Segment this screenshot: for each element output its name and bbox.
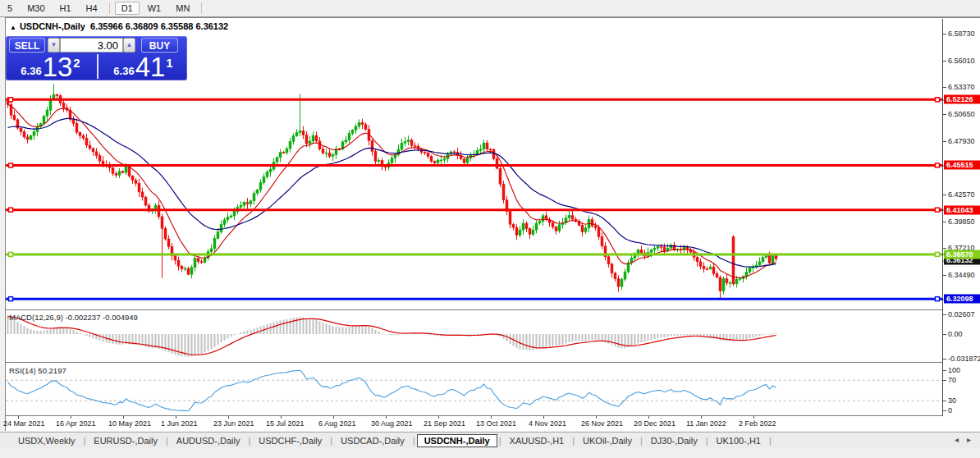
price-level-badge: 6.36570 [944, 250, 980, 259]
volume-input[interactable] [60, 38, 123, 53]
tab-separator: | [706, 436, 708, 446]
price-tick-label: 6.34490 [948, 271, 975, 279]
chart-tab-audusd-daily[interactable]: AUDUSD-,Daily [170, 434, 247, 447]
tab-scroll-left-icon[interactable]: ◂ [950, 435, 963, 444]
date-tick-label: 16 Apr 2021 [56, 419, 96, 428]
chart-tab-ukoil-daily[interactable]: UKOil-,Daily [576, 434, 639, 447]
chart-tab-usdcnh-daily[interactable]: USDCNH-,Daily [417, 434, 497, 447]
arrow-down-icon: ▼ [51, 41, 57, 48]
macd-indicator-label: MACD(12,26,9) -0.002237 -0.004949 [9, 313, 138, 322]
price-tick-label: 100 [948, 366, 960, 374]
date-tick-label: 4 Nov 2021 [529, 419, 566, 428]
date-tick [228, 416, 229, 419]
tab-separator: | [166, 436, 168, 446]
price-tick-label: 0 [948, 406, 952, 414]
date-tick [71, 416, 71, 419]
tab-separator: | [248, 436, 250, 446]
tab-separator: | [769, 436, 772, 446]
date-tick [386, 416, 387, 419]
rsi-indicator-label: RSI(14) 50.2197 [9, 366, 66, 375]
buy-price-pip: 1 [166, 56, 172, 70]
date-tick [333, 416, 334, 419]
chart-tab-usdchf-daily[interactable]: USDCHF-,Daily [252, 434, 328, 447]
timeframe-button-h4[interactable]: H4 [80, 2, 104, 15]
timeframe-button-mn[interactable]: MN [169, 2, 196, 15]
toolbar-separator [109, 2, 110, 14]
price-tick-label: 6.39850 [948, 218, 975, 226]
tab-separator: | [83, 436, 85, 446]
date-tick [596, 416, 597, 419]
date-tick [701, 416, 702, 419]
date-tick-label: 13 Oct 2021 [476, 419, 516, 428]
buy-price-big: 41 [135, 55, 166, 80]
date-tick [491, 416, 492, 419]
date-tick-label: 2 Feb 2022 [739, 419, 776, 428]
chart-title: USDCNH-,Daily [20, 21, 85, 31]
date-tick [176, 416, 176, 419]
date-tick-label: 24 Mar 2021 [3, 419, 45, 428]
date-tick [648, 416, 649, 419]
tab-separator: | [499, 436, 501, 446]
price-tick-label: 6.58730 [948, 30, 975, 38]
tab-separator: | [572, 436, 575, 446]
sell-button[interactable]: SELL [9, 38, 45, 53]
chart-tab-eurusd-daily[interactable]: EURUSD-,Daily [87, 434, 164, 447]
date-tick [438, 416, 439, 419]
price-tick-label: 0.02607 [948, 310, 975, 318]
one-click-trading-panel: SELL ▼ ▲ BUY 6.36 13 2 6.36 41 1 [6, 36, 187, 80]
timeframe-toolbar: 5M30H1H4D1W1MN [0, 0, 980, 17]
timeframe-button-5[interactable]: 5 [1, 2, 19, 15]
date-tick [123, 416, 124, 419]
price-tick-label: 6.42570 [948, 190, 975, 199]
volume-decrease-button[interactable]: ▼ [48, 38, 60, 53]
price-tick-label: 30 [948, 396, 956, 405]
buy-price-prefix: 6.36 [113, 65, 134, 77]
date-tick-label: 30 Aug 2021 [371, 419, 413, 428]
timeframe-button-w1[interactable]: W1 [141, 2, 168, 15]
date-tick-label: 26 Nov 2021 [581, 419, 623, 428]
quote-divider [97, 54, 98, 79]
price-level-badge: 6.32098 [944, 295, 980, 304]
price-tick-label: 6.47930 [948, 137, 975, 145]
chart-tab-usdcad-daily[interactable]: USDCAD-,Daily [334, 434, 411, 447]
date-tick-label: 21 Sep 2021 [424, 419, 465, 428]
chart-tab-usdx-weekly[interactable]: USDX,Weekly [11, 434, 81, 447]
date-tick-label: 10 May 2021 [108, 419, 151, 428]
sell-quote[interactable]: 6.36 13 2 [7, 53, 94, 80]
tab-separator: | [413, 436, 415, 446]
chart-ohlc-values: 6.35966 6.36809 6.35588 6.36132 [90, 21, 228, 31]
date-axis: 24 Mar 202116 Apr 202110 May 20211 Jun 2… [6, 416, 980, 431]
price-tick-label: -0.031872 [948, 355, 980, 363]
date-tick-label: 11 Jan 2022 [686, 419, 726, 428]
price-tick-label: 6.50650 [948, 110, 975, 118]
date-tick-label: 1 Jun 2021 [161, 419, 198, 428]
arrow-up-icon: ▲ [126, 41, 133, 48]
price-level-badge: 6.45515 [944, 161, 980, 170]
price-level-badge: 6.41043 [944, 205, 980, 214]
timeframe-button-h1[interactable]: H1 [53, 2, 78, 15]
date-tick-label: 23 Jun 2021 [213, 419, 254, 428]
volume-increase-button[interactable]: ▲ [123, 38, 135, 53]
chart-title-row: ▲USDCNH-,Daily6.35966 6.36809 6.35588 6.… [10, 21, 228, 31]
collapse-triangle-icon[interactable]: ▲ [10, 24, 16, 31]
tab-scroll-right-icon[interactable]: ▸ [963, 435, 975, 444]
timeframe-button-m30[interactable]: M30 [21, 2, 51, 15]
chart-tab-xauusd-h1[interactable]: XAUUSD-,H1 [503, 434, 571, 447]
price-tick-label: 6.56010 [948, 57, 975, 65]
date-tick [18, 416, 19, 419]
chart-tab-uk100-h1[interactable]: UK100-,H1 [710, 434, 767, 447]
timeframe-button-d1[interactable]: D1 [115, 2, 140, 15]
date-tick-label: 20 Dec 2021 [634, 419, 675, 428]
tab-separator: | [330, 436, 332, 446]
tab-separator: | [640, 436, 643, 446]
buy-button[interactable]: BUY [141, 38, 178, 53]
price-scale: 6.587306.560106.533706.506506.479306.425… [942, 19, 980, 416]
toolbar-separator [201, 2, 202, 14]
sell-price-prefix: 6.36 [21, 65, 41, 77]
sell-price-big: 13 [43, 55, 73, 80]
price-tick-label: 6.53370 [948, 83, 975, 91]
buy-quote[interactable]: 6.36 41 1 [99, 53, 187, 80]
price-tick-label: 70 [948, 376, 956, 384]
date-tick [753, 416, 754, 419]
chart-tab-dj30-daily[interactable]: DJ30-,Daily [644, 434, 704, 447]
